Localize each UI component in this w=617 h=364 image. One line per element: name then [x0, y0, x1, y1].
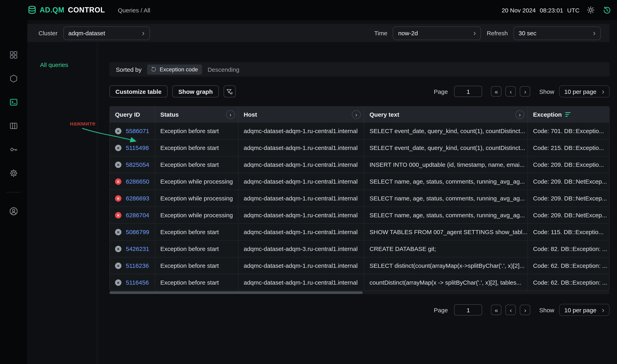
breadcrumb[interactable]: Queries / All	[118, 7, 150, 13]
exception-cell: Code: 62. DB::Exception: ...	[528, 274, 609, 291]
exception-cell: Code: 115. DB::Exceptio...	[528, 224, 609, 240]
refresh-interval-select[interactable]: 30 sec ›	[514, 26, 601, 40]
status-cell: Exception before start	[155, 241, 238, 257]
reset-filters-button[interactable]	[224, 85, 236, 97]
rail-divider	[6, 192, 21, 192]
nav-dashboard[interactable]	[9, 50, 18, 60]
show-graph-button[interactable]: Show graph	[172, 85, 219, 97]
page-input[interactable]	[454, 86, 482, 97]
page-input[interactable]	[454, 304, 482, 315]
time-label: Time	[374, 30, 387, 37]
status-filter-button[interactable]: ›	[226, 110, 235, 119]
query-history-button[interactable]	[602, 5, 612, 15]
next-page-button[interactable]: ›	[520, 86, 530, 97]
per-page-select[interactable]: 10 per page ›	[559, 304, 610, 316]
sort-field-value: Exception code	[159, 66, 198, 73]
query-id-link[interactable]: 6286693	[126, 195, 149, 202]
table-row: ×6286650Exception while processingadqmc-…	[110, 173, 609, 190]
query-id-link[interactable]: 5116236	[126, 262, 149, 269]
status-cell: Exception before start	[155, 140, 238, 156]
nav-cluster[interactable]	[9, 74, 18, 83]
exception-cell: Code: 215. DB::Exceptio...	[528, 140, 609, 156]
table-row: ×5086799Exception before startadqmc-data…	[110, 223, 609, 240]
host-filter-button[interactable]: ›	[352, 110, 361, 119]
column-header-exception[interactable]: Exception	[528, 107, 609, 122]
sort-direction[interactable]: Descending	[208, 66, 239, 73]
query-id-link[interactable]: 5586071	[126, 128, 149, 134]
nav-queries-active[interactable]	[9, 97, 18, 107]
nav-all-queries[interactable]: All queries	[40, 61, 68, 68]
rotate-ccw-icon	[151, 66, 157, 72]
query-id-cell: ×5115498	[110, 140, 155, 156]
nav-tables[interactable]	[9, 121, 18, 131]
hexagon-icon	[9, 74, 18, 83]
status-cell: Exception before start	[155, 156, 238, 173]
sorted-by-label: Sorted by	[116, 66, 141, 73]
time-range-select[interactable]: now-2d ›	[393, 26, 481, 40]
error-while-processing-icon: ×	[115, 195, 121, 201]
query-text-filter-button[interactable]: ›	[515, 110, 524, 119]
column-header-status[interactable]: Status ›	[155, 107, 238, 122]
first-page-button[interactable]: «	[491, 86, 501, 97]
table-row: ×6286693Exception while processingadqmc-…	[110, 190, 609, 207]
query-id-link[interactable]: 6286704	[126, 212, 149, 219]
column-header-host[interactable]: Host ›	[238, 107, 364, 122]
first-page-button[interactable]: «	[491, 305, 501, 315]
database-logo-icon	[27, 5, 37, 15]
query-text-cell: SELECT event_date, query_kind, count(1),…	[364, 123, 528, 139]
error-before-start-icon: ×	[115, 144, 121, 151]
show-label: Show	[539, 306, 554, 313]
filters-toolbar: Cluster adqm-dataset › Time now-2d › Ref…	[27, 24, 610, 42]
column-header-query-id[interactable]: Query ID	[110, 107, 155, 122]
scrollbar-thumb[interactable]	[109, 291, 363, 294]
exception-cell: Code: 82. DB::Exception: ...	[528, 241, 609, 257]
time-range-value: now-2d	[398, 30, 418, 37]
table-row: ×6286704Exception while processingadqmc-…	[110, 207, 609, 223]
query-id-link[interactable]: 5115498	[126, 144, 149, 151]
nav-access-keys[interactable]	[9, 145, 18, 154]
tutorial-hint-text: нажмите	[70, 120, 95, 127]
query-id-link[interactable]: 5426231	[126, 245, 149, 252]
query-text-cell: SELECT name, age, status, comments, runn…	[364, 173, 528, 190]
user-account-icon	[9, 207, 18, 216]
per-page-select[interactable]: 10 per page ›	[559, 85, 610, 97]
page-label: Page	[434, 88, 448, 95]
status-cell: Exception before start	[155, 224, 238, 240]
horizontal-scrollbar[interactable]	[109, 291, 610, 294]
customize-table-button[interactable]: Customize table	[109, 85, 167, 97]
query-id-link[interactable]: 5825054	[126, 161, 149, 168]
query-id-cell: ×5116236	[110, 257, 155, 274]
next-page-button[interactable]: ›	[520, 305, 530, 315]
column-header-query-text[interactable]: Query text ›	[364, 107, 528, 122]
terminal-icon	[9, 98, 18, 107]
history-clock-icon	[603, 6, 611, 14]
sort-field-chip[interactable]: Exception code	[147, 64, 202, 74]
error-before-start-icon: ×	[115, 262, 121, 269]
query-id-link[interactable]: 5086799	[126, 229, 149, 235]
nav-account[interactable]	[9, 207, 18, 216]
sorted-by-bar: Sorted by Exception code Descending	[109, 62, 610, 77]
theme-toggle-button[interactable]	[586, 5, 596, 15]
host-cell: adqmc-dataset-adqm-1.ru-central1.interna…	[238, 207, 364, 223]
host-cell: adqmc-dataset-adqm-3.ru-central1.interna…	[238, 241, 364, 257]
status-cell: Exception before start	[155, 123, 238, 139]
error-before-start-icon: ×	[115, 246, 121, 252]
query-id-link[interactable]: 6286650	[126, 178, 149, 185]
time-text: 08:23:01	[540, 7, 563, 13]
query-text-cell: SELECT name, age, status, comments, runn…	[364, 190, 528, 207]
query-id-link[interactable]: 5116456	[126, 279, 149, 286]
app-logo: AD.QM CONTROL	[27, 5, 105, 15]
pagination-bottom: Page « ‹ › Show 10 per page ›	[434, 304, 610, 316]
prev-page-button[interactable]: ‹	[506, 86, 516, 97]
status-cell: Exception before start	[155, 274, 238, 291]
query-text-cell: SELECT distinct(count(arrayMap(x->splitB…	[364, 257, 528, 274]
nav-settings[interactable]	[9, 168, 18, 178]
show-label: Show	[539, 88, 554, 95]
exception-cell: Code: 209. DB::NetExcep...	[528, 207, 609, 223]
timezone-text: UTC	[567, 7, 579, 13]
gear-icon	[9, 169, 18, 178]
cluster-label: Cluster	[39, 30, 58, 37]
prev-page-button[interactable]: ‹	[506, 305, 516, 315]
cluster-select[interactable]: adqm-dataset ›	[63, 26, 150, 40]
table-actions-row: Customize table Show graph Page « ‹ › Sh…	[109, 85, 610, 97]
